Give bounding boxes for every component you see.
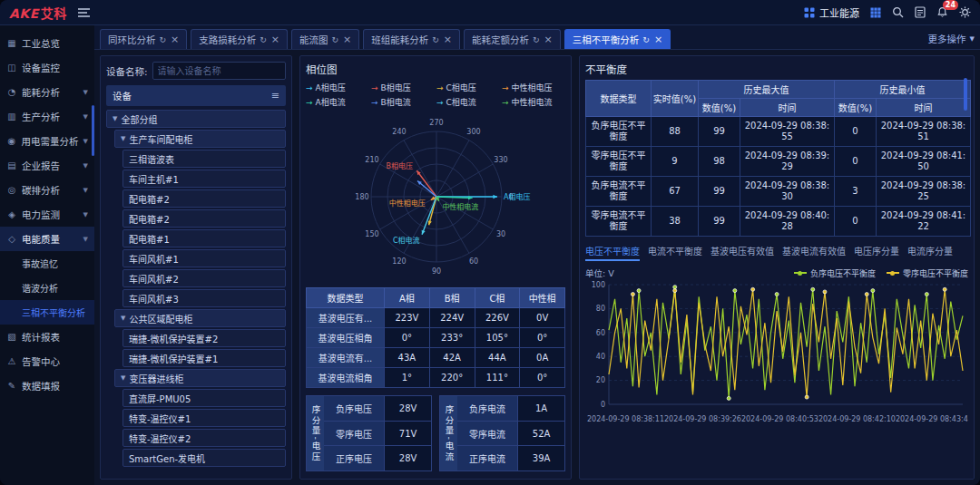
tab-能耗定额分析[interactable]: 能耗定额分析↻× [464, 29, 561, 49]
module-switcher-button[interactable] [870, 7, 881, 18]
legend-item[interactable]: →B相电流 [371, 96, 435, 108]
chart-tab-电压不平衡度[interactable]: 电压不平衡度 [585, 244, 640, 261]
sequence-row: 正序电流39A [457, 445, 564, 470]
sidebar-item-电能质量[interactable]: ◇电能质量▼ [0, 227, 94, 251]
col-header-hist-min: 历史最小值 [835, 81, 971, 99]
refresh-icon[interactable]: ↻ [260, 35, 267, 44]
more-actions-button[interactable]: 更多操作 ▼ [928, 32, 975, 49]
tree-item[interactable]: ▼公共区域配电柜 [114, 309, 286, 327]
device-name-input[interactable] [152, 62, 286, 80]
legend-item[interactable]: →中性相电压 [502, 82, 565, 93]
sidebar-item-统计报表[interactable]: ▧统计报表 [0, 325, 94, 349]
tree-item[interactable]: ▼生产车间配电柜 [114, 130, 286, 148]
close-icon[interactable]: × [444, 34, 452, 45]
tree-item[interactable]: SmartGen-发电机 [122, 449, 286, 467]
tree-item[interactable]: 车间风机#3 [122, 289, 286, 307]
tab-支路损耗分析[interactable]: 支路损耗分析↻× [191, 29, 288, 49]
tree-item[interactable]: 配电箱#2 [122, 189, 286, 208]
tab-能流图[interactable]: 能流图↻× [291, 29, 359, 49]
legend-item[interactable]: →C相电流 [436, 96, 500, 108]
close-icon[interactable]: × [171, 34, 179, 45]
sidebar-item-label: 事故追忆 [22, 257, 58, 270]
refresh-icon[interactable]: ↻ [432, 35, 439, 44]
chart-tab-电压序分量[interactable]: 电压序分量 [854, 244, 899, 261]
tree-item[interactable]: ▼全部分组 [106, 110, 286, 128]
sidebar-item-设备监控[interactable]: ◫设备监控 [0, 55, 94, 80]
hamburger-menu-button[interactable] [78, 8, 90, 17]
sequence-voltage-rows: 负序电压28V零序电压71V正序电压28V [324, 396, 431, 470]
refresh-icon[interactable]: ↻ [332, 35, 339, 44]
tree-item[interactable]: 直流屏-PMU05 [122, 389, 286, 407]
refresh-icon[interactable]: ↻ [160, 35, 167, 44]
tab-label: 支路损耗分析 [199, 33, 256, 46]
svg-text:330: 330 [494, 156, 507, 164]
unbalance-row-name: 负序电流不平衡度 [586, 177, 652, 207]
sidebar-item-事故追忆[interactable]: 事故追忆 [0, 251, 94, 276]
sidebar-item-能耗分析[interactable]: ◔能耗分析▼ [0, 80, 94, 104]
legend-label: 中性相电压 [512, 82, 553, 93]
tab-同环比分析[interactable]: 同环比分析↻× [100, 29, 187, 49]
svg-text:150: 150 [365, 230, 378, 238]
trend-chart-svg: 020406080100 [585, 279, 970, 415]
tab-班组能耗分析[interactable]: 班组能耗分析↻× [363, 29, 460, 49]
phase-table-header: 数据类型 [307, 288, 385, 308]
chart-tab-电流序分量[interactable]: 电流序分量 [907, 244, 953, 261]
report-shortcut-button[interactable] [915, 6, 926, 18]
close-icon[interactable]: × [654, 34, 662, 45]
search-button[interactable] [892, 6, 904, 18]
tree-item[interactable]: 配电箱#2 [122, 209, 286, 228]
legend-item[interactable]: →A相电压 [306, 82, 369, 93]
legend-item[interactable]: →中性相电流 [502, 96, 565, 108]
nav-module-industry-energy[interactable]: 工业能源 [804, 5, 859, 20]
sidebar-item-数据填报[interactable]: ✎数据填报 [0, 373, 94, 398]
chart-tab-电流不平衡度[interactable]: 电流不平衡度 [648, 244, 702, 261]
legend-item[interactable]: →C相电压 [436, 82, 500, 93]
tree-item[interactable]: 瑞捷-微机保护装置#2 [122, 329, 286, 347]
sidebar-item-生产分析[interactable]: ▥生产分析▼ [0, 104, 94, 129]
sidebar-item-碳排分析[interactable]: ◎碳排分析▼ [0, 178, 94, 202]
phase-row-name: 基波电流有... [307, 348, 385, 368]
tree-item[interactable]: 特变-温控仪#2 [122, 429, 286, 447]
notifications-button[interactable]: 24 [936, 6, 948, 18]
tree-item-label: 车间主机#1 [129, 172, 179, 186]
legend-label: A相电流 [316, 96, 346, 108]
tree-item[interactable]: ▼变压器进线柜 [114, 369, 286, 387]
sidebar-item-告警中心[interactable]: ⚠告警中心 [0, 349, 94, 373]
chart-legend-item[interactable]: 负序电压不平衡度 [794, 267, 876, 279]
close-icon[interactable]: × [271, 34, 279, 45]
sidebar-item-电力监测[interactable]: ◈电力监测▼ [0, 202, 94, 227]
sidebar-item-label: 电力监测 [22, 208, 60, 221]
legend-item[interactable]: →A相电流 [306, 96, 369, 108]
tree-item[interactable]: 车间风机#1 [122, 249, 286, 267]
tree-item[interactable]: 车间主机#1 [122, 170, 286, 188]
settings-button[interactable] [959, 6, 971, 18]
chart-tab-基波电流有效值[interactable]: 基波电流有效值 [782, 244, 846, 261]
sidebar-item-谐波分析[interactable]: 谐波分析 [0, 276, 94, 300]
chart-legend-item[interactable]: 零序电压不平衡度 [887, 267, 968, 279]
legend-item[interactable]: →B相电压 [371, 82, 435, 93]
sidebar-scrollbar[interactable] [92, 105, 94, 156]
close-icon[interactable]: × [343, 34, 351, 45]
sidebar-item-用电需量分析[interactable]: ◉用电需量分析▼ [0, 129, 94, 153]
phase-cell-value: 0° [520, 368, 565, 388]
list-icon[interactable]: ≡ [271, 90, 279, 102]
chart-tab-基波电压有效值[interactable]: 基波电压有效值 [710, 244, 774, 261]
unbalance-table-scrollbar[interactable] [964, 78, 967, 111]
close-icon[interactable]: × [544, 34, 553, 45]
phase-polar-svg: 0306090120150180210240270300330A相电压B相电压中… [306, 110, 567, 284]
chart-legend-label: 零序电压不平衡度 [903, 267, 968, 279]
sidebar-item-label: 谐波分析 [22, 281, 58, 295]
sidebar-item-企业报告[interactable]: ▤企业报告▼ [0, 153, 94, 178]
tab-三相不平衡分析[interactable]: 三相不平衡分析↻× [564, 29, 671, 49]
tree-item[interactable]: 三相谐波表 [122, 150, 286, 168]
tree-item[interactable]: 瑞捷-微机保护装置#1 [122, 349, 286, 367]
refresh-icon[interactable]: ↻ [533, 35, 540, 44]
sidebar-item-三相不平衡分析[interactable]: 三相不平衡分析 [0, 300, 94, 325]
tree-item[interactable]: 特变-温控仪#1 [122, 409, 286, 427]
unbalance-row: 负序电流不平衡度67992024-09-29 08:38:3032024-09-… [586, 177, 971, 207]
tree-item[interactable]: 车间风机#2 [122, 269, 286, 287]
power-monitor-icon: ◈ [6, 209, 17, 219]
refresh-icon[interactable]: ↻ [642, 35, 650, 44]
tree-item[interactable]: 配电箱#1 [122, 229, 286, 247]
sidebar-item-工业总览[interactable]: ▦工业总览 [0, 31, 94, 55]
